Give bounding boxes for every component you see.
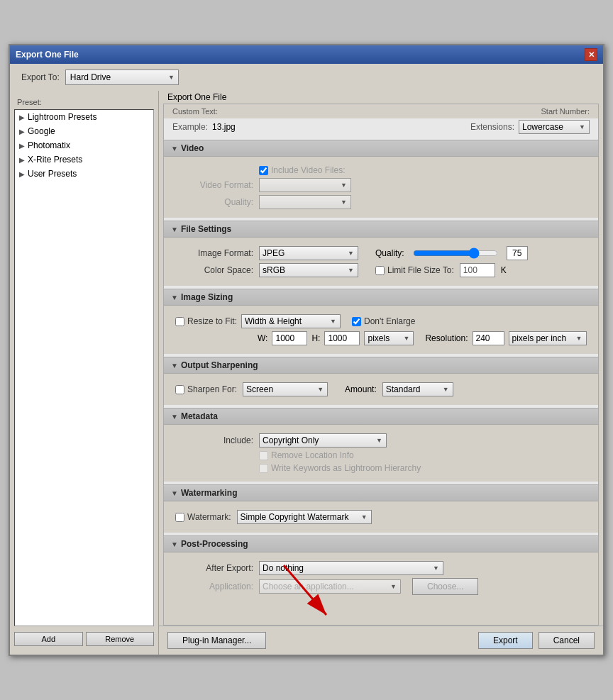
after-export-select[interactable]: Do nothing [259,561,443,575]
main-content: Export One File Custom Text: Start Numbe… [159,91,603,655]
section-collapse-icon[interactable]: ▼ [171,413,178,421]
preset-label: Preset: [10,95,158,108]
application-select[interactable]: Choose an application... [259,579,401,594]
include-select[interactable]: Copyright Only [259,433,387,448]
video-format-row: Video Format: [175,178,587,192]
arrow-icon: ▶ [19,113,25,121]
write-keywords-checkbox[interactable] [259,464,268,473]
limit-file-size-checkbox[interactable] [375,266,385,275]
h-label: H: [311,333,320,343]
section-collapse-icon[interactable]: ▼ [171,489,178,497]
dont-enlarge-text: Don't Enlarge [364,316,415,326]
section-collapse-icon[interactable]: ▼ [171,540,178,548]
add-preset-button[interactable]: Add [14,632,83,646]
quality-slider[interactable] [413,248,498,259]
height-input[interactable] [324,331,360,345]
sidebar: Preset: ▶ Lightroom Presets ▶ Google ▶ P… [10,91,159,655]
dont-enlarge-checkbox[interactable] [352,317,361,326]
remove-location-row: Remove Location Info [175,450,587,460]
watermark-select[interactable]: Simple Copyright Watermark [237,510,372,524]
sidebar-item-photomatix[interactable]: ▶ Photomatix [15,138,153,152]
color-space-select[interactable]: sRGB [259,263,358,277]
include-label: Include: [175,435,253,445]
export-one-file-label: Export One File [167,92,226,102]
close-button[interactable]: ✕ [585,48,597,61]
limit-size-unit: K [501,265,507,275]
remove-location-checkbox[interactable] [259,451,268,460]
arrow-icon: ▶ [19,128,25,135]
resize-fit-checkbox[interactable] [175,317,184,326]
resize-fit-wrapper: Width & Height [241,314,341,328]
resize-fit-select[interactable]: Width & Height [241,314,341,328]
watermark-row: Watermark: Simple Copyright Watermark [175,510,587,524]
section-collapse-icon[interactable]: ▼ [171,294,178,301]
sidebar-item-user[interactable]: ▶ User Presets [15,167,153,181]
video-quality-label: Quality: [175,197,253,207]
metadata-content: Include: Copyright Only Remove Location … [164,425,598,482]
resolution-input[interactable] [473,331,504,345]
example-row: Example: 13.jpg Extensions: Lowercase [164,118,598,137]
limit-size-input[interactable] [460,263,495,277]
limit-file-size-label[interactable]: Limit File Size To: [375,265,454,275]
resize-fit-label[interactable]: Resize to Fit: [175,316,237,326]
title-bar: Export One File ✕ [10,45,603,64]
color-space-row: Color Space: sRGB Limit File Size To: K [175,263,587,277]
amount-wrapper: Standard [382,382,453,396]
watermark-checkbox[interactable] [175,513,184,522]
choose-application-button[interactable]: Choose... [412,578,478,595]
limit-size-label-text: Limit File Size To: [387,265,454,275]
include-row: Include: Copyright Only [175,433,587,448]
amount-select[interactable]: Standard [382,382,453,396]
resize-fit-row: Resize to Fit: Width & Height Don't Enla… [175,314,587,328]
unit-wrapper: pixels [364,331,414,345]
amount-label: Amount: [345,384,377,394]
watermarking-header: ▼ Watermarking [164,484,598,501]
preset-list: ▶ Lightroom Presets ▶ Google ▶ Photomati… [14,109,154,626]
remove-preset-button[interactable]: Remove [86,632,155,646]
width-input[interactable] [272,331,307,345]
sidebar-item-label: X-Rite Presets [28,155,82,165]
section-collapse-icon[interactable]: ▼ [171,226,178,233]
watermark-label[interactable]: Watermark: [175,512,231,522]
sidebar-item-xrite[interactable]: ▶ X-Rite Presets [15,152,153,167]
sidebar-item-google[interactable]: ▶ Google [15,124,153,138]
cancel-button[interactable]: Cancel [539,632,595,649]
unit-select[interactable]: pixels [364,331,414,345]
after-export-wrapper: Do nothing [259,561,443,575]
bottom-right-buttons: Export Cancel [478,632,595,649]
export-dialog: Export One File ✕ Export To: Hard Drive … [9,44,604,656]
metadata-title: Metadata [181,411,218,421]
section-collapse-icon[interactable]: ▼ [171,362,178,370]
plugin-manager-button[interactable]: Plug-in Manager... [167,632,266,649]
sharpen-for-label[interactable]: Sharpen For: [175,384,237,394]
resolution-unit-select[interactable]: pixels per inch [509,331,587,345]
export-to-select[interactable]: Hard Drive [65,70,179,85]
video-section-title: Video [181,143,204,153]
include-video-checkbox-label[interactable]: Include Video Files: [259,165,346,175]
image-format-wrapper: JPEG [259,246,358,260]
sharpen-for-checkbox[interactable] [175,385,184,394]
export-button[interactable]: Export [478,632,533,649]
include-video-checkbox[interactable] [259,166,268,175]
sidebar-buttons: Add Remove [10,628,158,650]
image-format-select[interactable]: JPEG [259,246,358,260]
sharpen-for-wrapper: Screen [243,382,328,396]
sharpen-for-select[interactable]: Screen [243,382,328,396]
video-quality-select[interactable] [259,195,351,209]
application-row: Application: Choose an application... Ch… [175,578,587,595]
video-quality-wrapper [259,195,351,209]
dont-enlarge-label[interactable]: Don't Enlarge [352,316,415,326]
after-export-label: After Export: [175,563,253,573]
write-keywords-label[interactable]: Write Keywords as Lightroom Hierarchy [259,463,421,473]
video-format-select[interactable] [259,178,351,192]
sidebar-item-label: Photomatix [28,140,70,150]
custom-text-label: Custom Text: [172,107,218,116]
section-collapse-icon[interactable]: ▼ [171,145,178,152]
remove-location-label[interactable]: Remove Location Info [259,450,354,460]
include-video-row: Include Video Files: [175,165,587,175]
extensions-select[interactable]: Lowercase [519,120,590,134]
export-to-label: Export To: [21,72,60,82]
sidebar-item-lightroom[interactable]: ▶ Lightroom Presets [15,110,153,124]
resolution-label: Resolution: [425,333,468,343]
image-sizing-title: Image Sizing [181,292,233,302]
